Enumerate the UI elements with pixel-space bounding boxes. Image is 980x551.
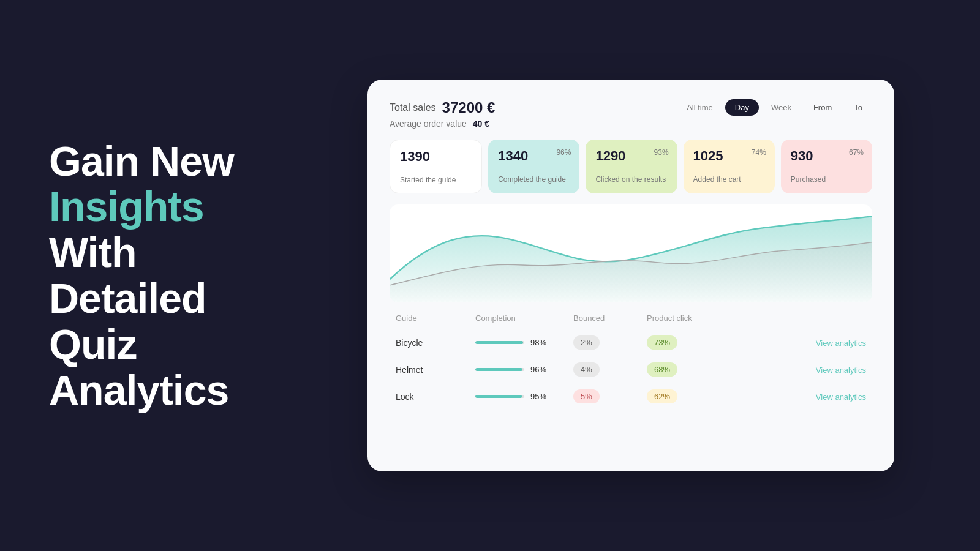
hero-section: Gain New Insights With Detailed Quiz Ana…: [0, 102, 294, 450]
stat-started-number: 1390: [400, 149, 472, 165]
product-bicycle: 73%: [647, 335, 733, 350]
stat-purchased: 930 67% Purchased: [781, 140, 872, 193]
progress-bg-lock: [475, 395, 524, 398]
table-section: Guide Completion Bounced Product click B…: [390, 313, 872, 410]
hero-line4: Detailed: [49, 275, 206, 321]
stat-clicked-label: Clicked on the results: [595, 175, 667, 184]
completion-pct-lock: 95%: [530, 392, 546, 401]
completion-bicycle: 98%: [475, 338, 573, 347]
col-guide-header: Guide: [396, 313, 475, 323]
product-badge-bicycle: 73%: [647, 335, 677, 350]
view-analytics-bicycle[interactable]: View analytics: [816, 339, 866, 348]
stat-cart-percent: 74%: [752, 148, 766, 157]
progress-fill-bicycle: [475, 341, 523, 344]
stat-purchased-percent: 67%: [849, 148, 864, 157]
bounced-badge-helmet: 4%: [573, 362, 600, 377]
completion-pct-bicycle: 98%: [530, 338, 546, 347]
table-row: Helmet 96% 4% 68% View analytics: [390, 356, 872, 383]
stat-started: 1390 Started the guide: [390, 140, 482, 193]
bounced-helmet: 4%: [573, 362, 647, 377]
stat-completed-label: Completed the guide: [498, 175, 570, 184]
stat-completed-percent: 96%: [556, 148, 571, 157]
completion-lock: 95%: [475, 392, 573, 401]
filter-from[interactable]: From: [804, 99, 842, 116]
action-bicycle: View analytics: [733, 337, 866, 348]
product-badge-helmet: 68%: [647, 362, 677, 377]
hero-line5: Quiz: [49, 321, 137, 367]
stat-started-label: Started the guide: [400, 176, 472, 184]
action-lock: View analytics: [733, 391, 866, 402]
progress-bg-helmet: [475, 368, 524, 371]
action-helmet: View analytics: [733, 364, 866, 375]
product-badge-lock: 62%: [647, 389, 677, 403]
stat-clicked: 1290 93% Clicked on the results: [586, 140, 677, 193]
avg-order-label: Average order value: [390, 119, 467, 129]
filter-day[interactable]: Day: [725, 99, 759, 116]
stat-purchased-label: Purchased: [791, 175, 862, 184]
stat-cart-label: Added the cart: [693, 175, 765, 184]
stat-completed: 1340 96% Completed the guide: [488, 140, 579, 193]
total-sales-value: 37200 €: [442, 99, 496, 116]
hero-line1: Gain New: [49, 138, 234, 184]
product-helmet: 68%: [647, 362, 733, 377]
table-row: Bicycle 98% 2% 73% View analytics: [390, 329, 872, 356]
dashboard-header: Total sales 37200 € Average order value …: [390, 99, 872, 129]
guide-name-helmet: Helmet: [396, 365, 475, 375]
hero-line6: Analytics: [49, 367, 228, 413]
stats-row: 1390 Started the guide 1340 96% Complete…: [390, 140, 872, 193]
guide-name-lock: Lock: [396, 392, 475, 402]
bounced-badge-lock: 5%: [573, 389, 600, 403]
completion-pct-helmet: 96%: [530, 365, 546, 374]
stat-clicked-percent: 93%: [654, 148, 669, 157]
time-filters: All time Day Week From To: [677, 99, 872, 116]
progress-fill-lock: [475, 395, 522, 398]
col-completion-header: Completion: [475, 313, 573, 323]
total-sales-label: Total sales: [390, 102, 436, 113]
bounced-badge-bicycle: 2%: [573, 335, 600, 350]
avg-order-row: Average order value 40 €: [390, 119, 495, 129]
view-analytics-lock[interactable]: View analytics: [816, 392, 866, 402]
right-panel: Total sales 37200 € Average order value …: [294, 55, 980, 496]
progress-bg-bicycle: [475, 341, 524, 344]
dashboard-card: Total sales 37200 € Average order value …: [368, 80, 894, 471]
table-row: Lock 95% 5% 62% View analytics: [390, 383, 872, 410]
total-sales-row: Total sales 37200 €: [390, 99, 495, 116]
product-lock: 62%: [647, 389, 733, 403]
guide-name-bicycle: Bicycle: [396, 338, 475, 348]
bounced-bicycle: 2%: [573, 335, 647, 350]
table-header: Guide Completion Bounced Product click: [390, 313, 872, 329]
bounced-lock: 5%: [573, 389, 647, 403]
hero-line3: With: [49, 229, 137, 276]
filter-all-time[interactable]: All time: [677, 99, 723, 116]
stat-cart: 1025 74% Added the cart: [684, 140, 775, 193]
avg-order-value: 40 €: [473, 119, 489, 129]
hero-text: Gain New Insights With Detailed Quiz Ana…: [49, 138, 257, 413]
filter-week[interactable]: Week: [761, 99, 801, 116]
col-product-header: Product click: [647, 313, 733, 323]
progress-fill-helmet: [475, 368, 522, 371]
chart-container: [390, 204, 872, 302]
view-analytics-helmet[interactable]: View analytics: [816, 365, 866, 375]
completion-helmet: 96%: [475, 365, 573, 374]
hero-line2: Insights: [49, 183, 204, 230]
col-bounced-header: Bounced: [573, 313, 647, 323]
header-left: Total sales 37200 € Average order value …: [390, 99, 495, 129]
filter-to[interactable]: To: [844, 99, 872, 116]
